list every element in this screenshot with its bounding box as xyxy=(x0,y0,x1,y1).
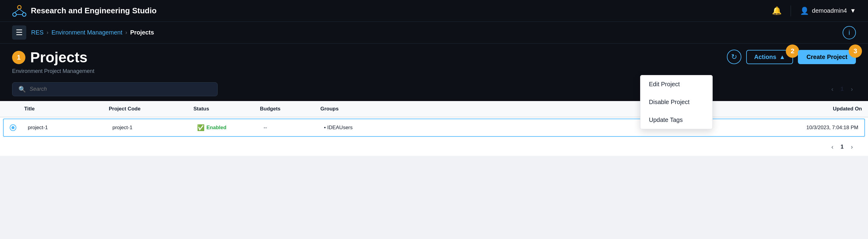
app-logo-icon xyxy=(12,4,27,18)
username: demoadmin4 xyxy=(812,7,847,14)
table: Title Project Code Status Budgets Groups… xyxy=(0,101,868,156)
table-header-row: Title Project Code Status Budgets Groups… xyxy=(0,101,868,117)
table-row[interactable]: project-1 project-1 ✅ Enabled -- • IDEAU… xyxy=(3,119,865,137)
search-input[interactable] xyxy=(30,86,211,92)
actions-dropdown: Edit Project Disable Project Update Tags xyxy=(640,75,713,129)
breadcrumb-projects: Projects xyxy=(130,29,154,36)
row-budgets: -- xyxy=(264,125,324,131)
next-page-button-top[interactable]: › xyxy=(848,84,856,94)
breadcrumb: RES › Environment Management › Projects xyxy=(31,29,154,36)
col-header-updated: Updated On xyxy=(765,106,862,112)
nav-divider xyxy=(790,5,791,16)
col-header-title: Title xyxy=(24,106,109,112)
prev-page-button-bottom[interactable]: ‹ xyxy=(829,142,837,152)
info-icon[interactable]: i xyxy=(843,26,856,39)
svg-point-0 xyxy=(18,5,21,9)
current-page-top: 1 xyxy=(840,86,843,92)
breadcrumb-res[interactable]: RES xyxy=(31,29,43,36)
svg-point-1 xyxy=(13,13,16,16)
row-updated: 10/3/2023, 7:04:18 PM xyxy=(762,125,858,131)
sub-nav-left: ☰ RES › Environment Management › Project… xyxy=(12,25,154,40)
row-status: ✅ Enabled xyxy=(197,124,264,131)
page-header-left: 1 Projects Environment Project Managemen… xyxy=(12,50,727,74)
radio-dot xyxy=(11,126,14,129)
page-header-actions: ↻ Actions ▲ 2 Create Project 3 xyxy=(727,50,856,64)
svg-line-4 xyxy=(19,9,24,13)
next-page-button-bottom[interactable]: › xyxy=(848,142,856,152)
breadcrumb-sep-2: › xyxy=(125,29,127,36)
col-header-code: Project Code xyxy=(109,106,193,112)
app-logo: Research and Engineering Studio xyxy=(12,4,157,18)
prev-page-button-top[interactable]: ‹ xyxy=(829,84,837,94)
dropdown-item-edit-project[interactable]: Edit Project xyxy=(641,75,712,93)
row-code: project-1 xyxy=(113,125,197,131)
radio-selected[interactable] xyxy=(10,124,16,131)
chevron-down-icon: ▼ xyxy=(850,7,856,14)
app-title: Research and Engineering Studio xyxy=(31,6,157,16)
svg-point-2 xyxy=(22,13,26,16)
top-pagination: ‹ 1 › xyxy=(829,84,856,94)
sub-nav: ☰ RES › Environment Management › Project… xyxy=(0,22,868,43)
user-icon: 👤 xyxy=(800,7,809,15)
page-header: 1 Projects Environment Project Managemen… xyxy=(0,43,868,74)
row-radio[interactable] xyxy=(10,124,28,131)
hamburger-button[interactable]: ☰ xyxy=(12,25,26,40)
current-page-bottom: 1 xyxy=(840,144,843,150)
page-subtitle: Environment Project Management xyxy=(12,68,727,74)
actions-label: Actions xyxy=(754,54,776,60)
row-title: project-1 xyxy=(28,125,113,131)
actions-arrow-icon: ▲ xyxy=(779,54,785,60)
step-badge-1: 1 xyxy=(12,51,25,64)
top-nav: Research and Engineering Studio 🔔 👤 demo… xyxy=(0,0,868,22)
refresh-button[interactable]: ↻ xyxy=(727,50,741,64)
bell-icon[interactable]: 🔔 xyxy=(772,6,781,16)
step-badge-3: 3 xyxy=(849,44,862,58)
dropdown-item-update-tags[interactable]: Update Tags xyxy=(641,111,712,129)
bottom-pagination: ‹ 1 › xyxy=(0,138,868,156)
check-circle-icon: ✅ xyxy=(197,124,205,131)
col-header-budgets: Budgets xyxy=(260,106,320,112)
search-bar[interactable]: 🔍 xyxy=(12,82,218,96)
search-icon: 🔍 xyxy=(19,86,26,93)
breadcrumb-env-mgmt[interactable]: Environment Management xyxy=(51,29,122,36)
refresh-icon: ↻ xyxy=(731,53,737,61)
dropdown-item-disable-project[interactable]: Disable Project xyxy=(641,93,712,111)
status-enabled: ✅ Enabled xyxy=(197,124,264,131)
step-badge-2: 2 xyxy=(786,44,799,58)
col-header-status: Status xyxy=(193,106,260,112)
content-area: 🔍 ‹ 1 › xyxy=(0,74,868,101)
user-menu[interactable]: 👤 demoadmin4 ▼ xyxy=(800,7,856,15)
info-label: i xyxy=(849,29,850,37)
svg-line-3 xyxy=(14,9,19,13)
breadcrumb-sep-1: › xyxy=(46,29,49,36)
page-title: Projects xyxy=(30,50,87,66)
create-project-button[interactable]: Create Project xyxy=(798,50,856,64)
top-nav-right: 🔔 👤 demoadmin4 ▼ xyxy=(772,5,856,16)
